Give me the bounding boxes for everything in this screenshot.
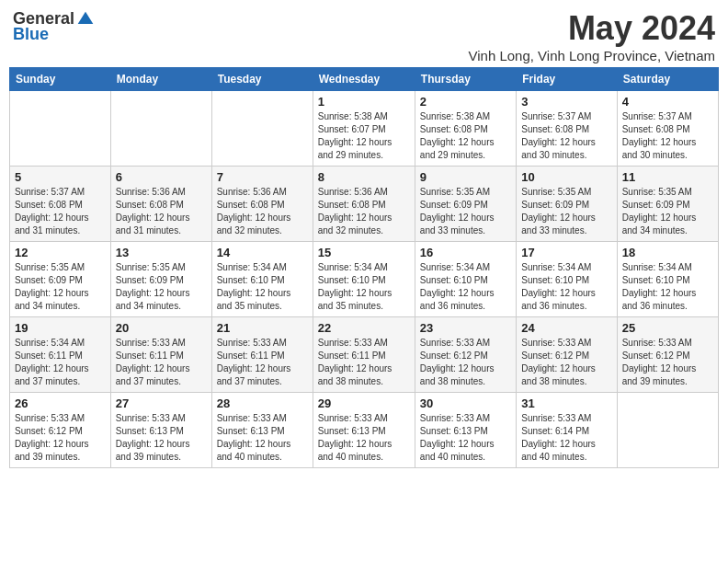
day-info: Sunrise: 5:34 AM Sunset: 6:10 PM Dayligh… — [521, 261, 611, 313]
logo: General Blue — [13, 9, 95, 44]
calendar-cell: 23Sunrise: 5:33 AM Sunset: 6:12 PM Dayli… — [415, 317, 516, 393]
day-number: 16 — [420, 246, 511, 259]
calendar-cell: 26Sunrise: 5:33 AM Sunset: 6:12 PM Dayli… — [10, 393, 111, 468]
day-number: 21 — [217, 321, 308, 335]
day-info: Sunrise: 5:34 AM Sunset: 6:10 PM Dayligh… — [217, 261, 308, 313]
day-number: 1 — [318, 95, 410, 109]
day-info: Sunrise: 5:35 AM Sunset: 6:09 PM Dayligh… — [622, 186, 713, 237]
day-number: 28 — [217, 396, 308, 410]
logo-icon — [76, 10, 95, 29]
header-wednesday: Wednesday — [313, 68, 415, 91]
day-info: Sunrise: 5:38 AM Sunset: 6:08 PM Dayligh… — [420, 110, 511, 162]
calendar-cell: 10Sunrise: 5:35 AM Sunset: 6:09 PM Dayli… — [517, 167, 617, 242]
calendar-cell: 1Sunrise: 5:38 AM Sunset: 6:07 PM Daylig… — [313, 91, 415, 167]
day-info: Sunrise: 5:33 AM Sunset: 6:12 PM Dayligh… — [622, 337, 713, 388]
calendar-cell: 25Sunrise: 5:33 AM Sunset: 6:12 PM Dayli… — [617, 317, 718, 393]
day-info: Sunrise: 5:35 AM Sunset: 6:09 PM Dayligh… — [521, 186, 611, 237]
day-number: 22 — [318, 321, 410, 335]
calendar-cell: 21Sunrise: 5:33 AM Sunset: 6:11 PM Dayli… — [211, 317, 313, 393]
svg-marker-0 — [78, 11, 94, 23]
day-info: Sunrise: 5:37 AM Sunset: 6:08 PM Dayligh… — [15, 186, 106, 237]
day-number: 5 — [15, 170, 106, 184]
day-number: 11 — [622, 170, 713, 184]
calendar-cell: 2Sunrise: 5:38 AM Sunset: 6:08 PM Daylig… — [415, 91, 516, 167]
calendar-cell: 28Sunrise: 5:33 AM Sunset: 6:13 PM Dayli… — [211, 393, 313, 468]
calendar-table: SundayMondayTuesdayWednesdayThursdayFrid… — [9, 67, 719, 468]
day-number: 4 — [622, 95, 713, 109]
calendar-cell: 11Sunrise: 5:35 AM Sunset: 6:09 PM Dayli… — [617, 167, 718, 242]
header-sunday: Sunday — [10, 68, 111, 91]
day-number: 10 — [521, 170, 611, 184]
logo-blue-text: Blue — [13, 25, 49, 44]
calendar-cell: 17Sunrise: 5:34 AM Sunset: 6:10 PM Dayli… — [517, 242, 617, 317]
day-number: 6 — [116, 170, 207, 184]
day-number: 29 — [318, 396, 410, 410]
day-info: Sunrise: 5:37 AM Sunset: 6:08 PM Dayligh… — [521, 110, 611, 162]
day-info: Sunrise: 5:36 AM Sunset: 6:08 PM Dayligh… — [116, 186, 207, 237]
header-thursday: Thursday — [415, 68, 516, 91]
day-number: 26 — [15, 396, 106, 410]
calendar-body: 1Sunrise: 5:38 AM Sunset: 6:07 PM Daylig… — [10, 91, 719, 468]
day-number: 2 — [420, 95, 511, 109]
day-number: 20 — [116, 321, 207, 335]
calendar-cell: 16Sunrise: 5:34 AM Sunset: 6:10 PM Dayli… — [415, 242, 516, 317]
day-number: 12 — [15, 246, 106, 259]
calendar-cell: 4Sunrise: 5:37 AM Sunset: 6:08 PM Daylig… — [617, 91, 718, 167]
day-info: Sunrise: 5:33 AM Sunset: 6:11 PM Dayligh… — [217, 337, 308, 388]
day-info: Sunrise: 5:33 AM Sunset: 6:13 PM Dayligh… — [318, 412, 410, 464]
calendar-cell: 22Sunrise: 5:33 AM Sunset: 6:11 PM Dayli… — [313, 317, 415, 393]
header-tuesday: Tuesday — [211, 68, 313, 91]
header-friday: Friday — [517, 68, 617, 91]
day-info: Sunrise: 5:33 AM Sunset: 6:13 PM Dayligh… — [217, 412, 308, 464]
calendar-header: SundayMondayTuesdayWednesdayThursdayFrid… — [10, 68, 719, 91]
day-info: Sunrise: 5:33 AM Sunset: 6:11 PM Dayligh… — [116, 337, 207, 388]
day-info: Sunrise: 5:33 AM Sunset: 6:12 PM Dayligh… — [521, 337, 611, 388]
calendar-cell: 29Sunrise: 5:33 AM Sunset: 6:13 PM Dayli… — [313, 393, 415, 468]
calendar-cell: 3Sunrise: 5:37 AM Sunset: 6:08 PM Daylig… — [517, 91, 617, 167]
header-row: SundayMondayTuesdayWednesdayThursdayFrid… — [10, 68, 719, 91]
day-info: Sunrise: 5:33 AM Sunset: 6:12 PM Dayligh… — [15, 412, 106, 464]
calendar-cell — [211, 91, 313, 167]
day-number: 17 — [521, 246, 611, 259]
week-row-2: 5Sunrise: 5:37 AM Sunset: 6:08 PM Daylig… — [10, 167, 719, 242]
calendar-cell: 18Sunrise: 5:34 AM Sunset: 6:10 PM Dayli… — [617, 242, 718, 317]
day-number: 14 — [217, 246, 308, 259]
day-info: Sunrise: 5:34 AM Sunset: 6:10 PM Dayligh… — [318, 261, 410, 313]
day-number: 19 — [15, 321, 106, 335]
day-info: Sunrise: 5:35 AM Sunset: 6:09 PM Dayligh… — [15, 261, 106, 313]
day-number: 7 — [217, 170, 308, 184]
calendar-cell: 7Sunrise: 5:36 AM Sunset: 6:08 PM Daylig… — [211, 167, 313, 242]
calendar-cell: 12Sunrise: 5:35 AM Sunset: 6:09 PM Dayli… — [10, 242, 111, 317]
calendar-cell: 13Sunrise: 5:35 AM Sunset: 6:09 PM Dayli… — [110, 242, 211, 317]
day-number: 3 — [521, 95, 611, 109]
day-number: 23 — [420, 321, 511, 335]
calendar-cell: 8Sunrise: 5:36 AM Sunset: 6:08 PM Daylig… — [313, 167, 415, 242]
day-number: 24 — [521, 321, 611, 335]
day-number: 30 — [420, 396, 511, 410]
calendar-cell — [617, 393, 718, 468]
calendar-cell: 9Sunrise: 5:35 AM Sunset: 6:09 PM Daylig… — [415, 167, 516, 242]
day-info: Sunrise: 5:33 AM Sunset: 6:12 PM Dayligh… — [420, 337, 511, 388]
day-number: 31 — [521, 396, 611, 410]
day-info: Sunrise: 5:38 AM Sunset: 6:07 PM Dayligh… — [318, 110, 410, 162]
day-info: Sunrise: 5:33 AM Sunset: 6:13 PM Dayligh… — [116, 412, 207, 464]
week-row-5: 26Sunrise: 5:33 AM Sunset: 6:12 PM Dayli… — [10, 393, 719, 468]
week-row-3: 12Sunrise: 5:35 AM Sunset: 6:09 PM Dayli… — [10, 242, 719, 317]
header-saturday: Saturday — [617, 68, 718, 91]
calendar-cell: 20Sunrise: 5:33 AM Sunset: 6:11 PM Dayli… — [110, 317, 211, 393]
day-info: Sunrise: 5:35 AM Sunset: 6:09 PM Dayligh… — [116, 261, 207, 313]
day-number: 9 — [420, 170, 511, 184]
calendar-cell: 15Sunrise: 5:34 AM Sunset: 6:10 PM Dayli… — [313, 242, 415, 317]
day-info: Sunrise: 5:37 AM Sunset: 6:08 PM Dayligh… — [622, 110, 713, 162]
week-row-4: 19Sunrise: 5:34 AM Sunset: 6:11 PM Dayli… — [10, 317, 719, 393]
day-info: Sunrise: 5:34 AM Sunset: 6:10 PM Dayligh… — [420, 261, 511, 313]
day-info: Sunrise: 5:33 AM Sunset: 6:11 PM Dayligh… — [318, 337, 410, 388]
page-header: General Blue May 2024 Vinh Long, Vinh Lo… — [9, 9, 719, 63]
day-number: 25 — [622, 321, 713, 335]
day-number: 18 — [622, 246, 713, 259]
day-number: 15 — [318, 246, 410, 259]
day-info: Sunrise: 5:33 AM Sunset: 6:13 PM Dayligh… — [420, 412, 511, 464]
day-number: 8 — [318, 170, 410, 184]
week-row-1: 1Sunrise: 5:38 AM Sunset: 6:07 PM Daylig… — [10, 91, 719, 167]
calendar-cell: 24Sunrise: 5:33 AM Sunset: 6:12 PM Dayli… — [517, 317, 617, 393]
